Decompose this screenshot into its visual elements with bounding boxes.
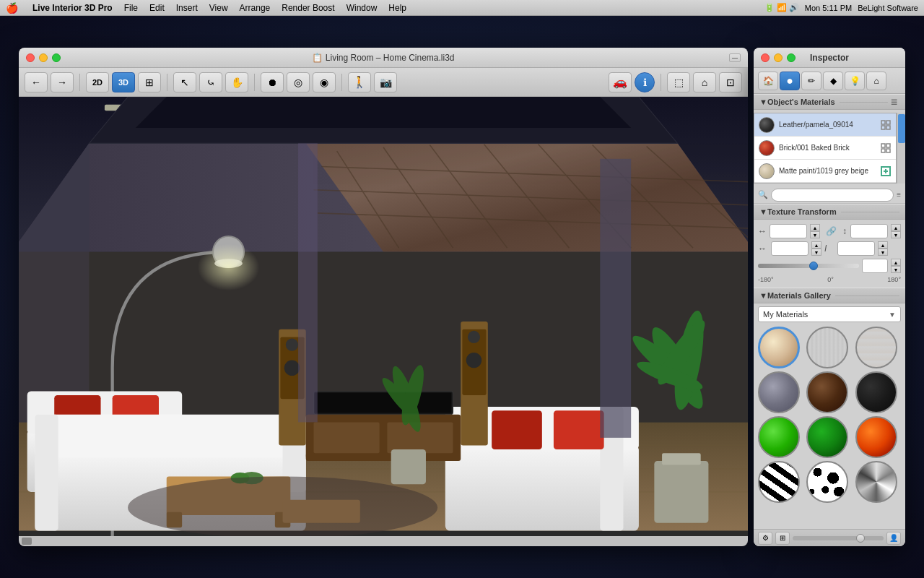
tool-pencil[interactable]: ⤿ <box>199 72 222 92</box>
tab-material[interactable]: ● <box>780 72 800 90</box>
width-up-btn[interactable]: ▲ <box>810 224 820 231</box>
minimize-button[interactable] <box>39 53 48 62</box>
btn-info[interactable]: ℹ <box>635 72 655 92</box>
viewport[interactable] <box>19 97 748 546</box>
menu-insert[interactable]: Insert <box>170 0 204 15</box>
gallery-person-btn[interactable]: 👤 <box>886 532 901 545</box>
angle-up-btn[interactable]: ▲ <box>891 259 901 266</box>
link-icon[interactable]: 🔗 <box>823 226 840 236</box>
gallery-grid-btn[interactable]: ⊞ <box>775 532 790 545</box>
gallery-size-slider[interactable] <box>793 536 884 540</box>
maximize-button[interactable] <box>52 53 61 62</box>
menu-arrange[interactable]: Arrange <box>234 0 276 15</box>
menu-file[interactable]: File <box>118 0 144 15</box>
material-item-leather[interactable]: Leather/pamela_09014 <box>754 113 896 137</box>
gallery-item-beige[interactable] <box>758 327 800 368</box>
offset-y-down-btn[interactable]: ▼ <box>878 249 888 256</box>
btn-3d-view[interactable]: 3D <box>112 72 135 92</box>
tab-edit[interactable]: ✏ <box>801 72 821 90</box>
inspector-body[interactable]: ▼ Object's Materials ☰ Leather/pamela_09… <box>754 94 905 529</box>
transform-offset-x-input[interactable]: 0.00 <box>771 241 808 256</box>
close-button[interactable] <box>26 53 35 62</box>
angle-down-btn[interactable]: ▼ <box>891 266 901 273</box>
section-menu-btn[interactable]: ☰ <box>888 97 899 107</box>
svg-point-53 <box>284 361 300 376</box>
tab-texture[interactable]: ◆ <box>823 72 843 90</box>
offset-x-down-btn[interactable]: ▼ <box>811 249 821 256</box>
offset-y-up-btn[interactable]: ▲ <box>878 241 888 249</box>
tool-record[interactable]: ⏺ <box>261 72 284 92</box>
gallery-size-thumb[interactable] <box>856 534 865 543</box>
gallery-item-dark-wood[interactable] <box>806 371 848 413</box>
material-edit-brick[interactable] <box>880 142 892 154</box>
nav-forward-btn[interactable]: → <box>51 72 74 92</box>
window-resize-btn[interactable]: — <box>729 53 741 62</box>
belight-menu[interactable]: BeLight Software <box>858 4 918 12</box>
btn-car[interactable]: 🚗 <box>609 72 632 92</box>
gallery-item-concrete[interactable] <box>758 371 800 413</box>
transform-width-row: ↔ 2.56 ▲ ▼ 🔗 ↕ 2.56 ▲ ▼ <box>758 224 901 238</box>
material-item-paint[interactable]: Matte paint/1019 grey beige <box>754 160 896 183</box>
gallery-item-dalmatian[interactable] <box>806 461 848 503</box>
menu-view[interactable]: View <box>204 0 234 15</box>
gallery-settings-btn[interactable]: ⚙ <box>758 532 772 545</box>
tool-walk[interactable]: 🚶 <box>348 72 371 92</box>
btn-frame-sel[interactable]: ⬚ <box>667 72 690 92</box>
angle-input[interactable]: 0° <box>862 259 888 273</box>
grid-icon[interactable]: ≡ <box>897 191 901 199</box>
material-item-brick[interactable]: Brick/001 Baked Brick <box>754 137 896 160</box>
tool-snapshot[interactable]: 📷 <box>374 72 397 92</box>
toolbar-sep-4 <box>341 74 342 91</box>
gallery-item-zebra[interactable] <box>758 461 800 503</box>
angle-slider-thumb[interactable] <box>809 262 818 270</box>
width-down-btn[interactable]: ▼ <box>810 231 820 238</box>
gallery-item-chrome[interactable] <box>855 461 897 503</box>
inspector-minimize[interactable] <box>774 53 783 62</box>
tab-house[interactable]: 🏠 <box>758 72 778 90</box>
height-up-btn[interactable]: ▲ <box>891 224 901 231</box>
tool-eye[interactable]: ◎ <box>287 72 310 92</box>
offset-x-up-btn[interactable]: ▲ <box>811 241 821 249</box>
tool-select[interactable]: ↖ <box>173 72 196 92</box>
material-edit-paint[interactable] <box>880 165 892 177</box>
tab-light[interactable]: 💡 <box>845 72 865 90</box>
material-edit-leather[interactable] <box>880 119 892 131</box>
gallery-item-wood-light[interactable] <box>806 327 848 368</box>
gallery-item-green-bright[interactable] <box>758 416 800 458</box>
inspector-zoom[interactable] <box>787 53 796 62</box>
apple-menu[interactable]: 🍎 <box>6 2 18 14</box>
btn-3d-views[interactable]: ⊡ <box>719 72 742 92</box>
gallery-dropdown[interactable]: My Materials ▼ <box>758 306 901 322</box>
materials-scrollbar-thumb[interactable] <box>898 114 905 143</box>
menu-render-boost[interactable]: Render Boost <box>276 0 340 15</box>
btn-2d-floor[interactable]: 2D <box>86 72 109 92</box>
svg-rect-80 <box>886 149 890 152</box>
height-down-btn[interactable]: ▼ <box>891 231 901 238</box>
objects-materials-header: ▼ Object's Materials ☰ <box>754 94 905 110</box>
btn-home-view[interactable]: ⌂ <box>693 72 716 92</box>
transform-width-input[interactable]: 2.56 <box>770 224 807 238</box>
svg-point-71 <box>128 476 437 538</box>
app-name-menu[interactable]: Live Interior 3D Pro <box>27 0 118 15</box>
materials-scrollbar[interactable] <box>897 113 905 184</box>
menu-window[interactable]: Window <box>341 0 383 15</box>
tab-object[interactable]: ⌂ <box>866 72 886 90</box>
viewport-scrollbar[interactable] <box>19 536 748 546</box>
inspector-close[interactable] <box>761 53 770 62</box>
gallery-item-dark-mat[interactable] <box>855 371 897 413</box>
angle-slider-track[interactable] <box>758 264 859 268</box>
menu-help[interactable]: Help <box>383 0 412 15</box>
tool-hand[interactable]: ✋ <box>225 72 248 92</box>
btn-plan[interactable]: ⊞ <box>138 72 161 92</box>
transform-height-input[interactable]: 2.56 <box>850 224 888 238</box>
material-search-input[interactable] <box>771 189 894 202</box>
nav-back-btn[interactable]: ← <box>25 72 48 92</box>
gallery-item-brick[interactable] <box>855 327 897 368</box>
gallery-item-green-dark[interactable] <box>806 416 848 458</box>
gallery-item-fire[interactable] <box>855 416 897 458</box>
scrollbar-thumb[interactable] <box>22 538 32 545</box>
section-arrow-3: ▼ <box>759 291 767 300</box>
transform-offset-y-input[interactable]: 0.00 <box>837 241 875 256</box>
menu-edit[interactable]: Edit <box>144 0 170 15</box>
tool-camera-fly[interactable]: ◉ <box>313 72 336 92</box>
